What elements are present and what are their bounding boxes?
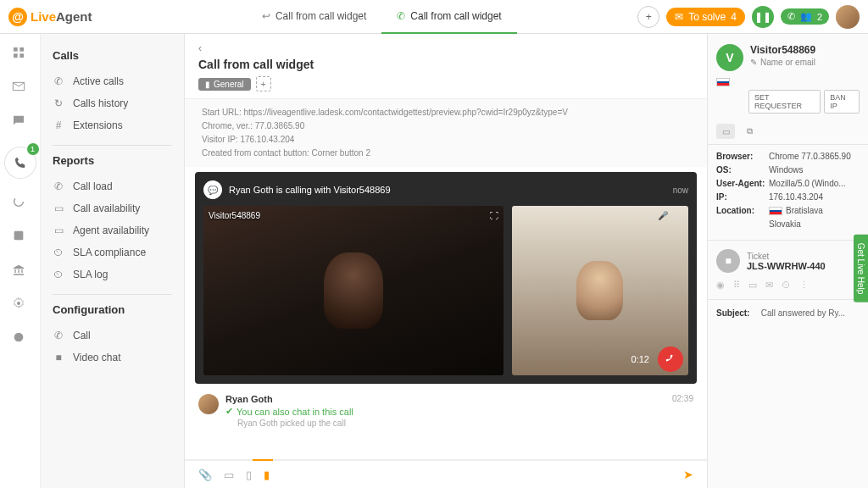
- tag-general[interactable]: ▮General: [198, 78, 251, 91]
- add-tag-button[interactable]: +: [256, 76, 271, 92]
- chat-icon[interactable]: [12, 114, 29, 130]
- note-icon[interactable]: ▭: [224, 469, 234, 481]
- folder-icon: ▮: [205, 80, 210, 89]
- tab-label: Call from call widget: [410, 10, 501, 22]
- value: Bratislava: [769, 206, 860, 215]
- user-avatar[interactable]: [836, 5, 860, 29]
- to-solve-pill[interactable]: ✉ To solve 4: [666, 8, 745, 26]
- visitor-avatar: V: [716, 44, 743, 71]
- visitor-edit[interactable]: ✎ Name or email: [750, 58, 860, 67]
- set-requester-button[interactable]: SET REQUESTER: [748, 90, 821, 114]
- person-icon[interactable]: ◉: [716, 280, 725, 291]
- chat-icon[interactable]: ▮: [264, 469, 270, 481]
- sidebar-item-sla-compliance[interactable]: ⏲SLA compliance: [53, 241, 172, 263]
- calendar-icon: ▭: [53, 202, 64, 214]
- svg-point-6: [17, 302, 20, 305]
- name-email-label: Name or email: [760, 58, 815, 67]
- side-panel: Calls ✆Active calls ↻Calls history #Exte…: [41, 34, 185, 488]
- meta-line: Created from contact button: Corner butt…: [202, 147, 690, 160]
- label: Browser:: [716, 152, 769, 161]
- thread-message-text: You can also chat in this call: [236, 407, 353, 417]
- call-timer: 0:12: [632, 354, 649, 364]
- mail-icon[interactable]: [12, 80, 29, 97]
- tab-call-1[interactable]: ↩ Call from call widget: [247, 0, 381, 34]
- sidebar-item-label: SLA compliance: [73, 247, 146, 258]
- send-button[interactable]: ➤: [683, 468, 693, 481]
- mail-icon[interactable]: ✉: [765, 280, 773, 291]
- bank-icon[interactable]: [12, 263, 29, 280]
- clock-icon[interactable]: ⏲: [782, 280, 791, 291]
- transfer-icon[interactable]: ▭: [748, 280, 757, 291]
- mail-icon: ✉: [675, 11, 683, 23]
- ticket-tabs: ↩ Call from call widget ✆ Call from call…: [126, 0, 638, 34]
- call-status-text: Ryan Goth is calling with Visitor548869: [229, 185, 666, 195]
- sidebar-item-calls-history[interactable]: ↻Calls history: [53, 92, 172, 114]
- ticket-id: JLS-WWRHW-440: [747, 261, 843, 271]
- to-solve-count: 4: [731, 11, 737, 23]
- section-reports: Reports: [53, 154, 172, 167]
- queue-pill[interactable]: ✆ 👥 2: [781, 8, 829, 25]
- link-tab[interactable]: ⧉: [740, 124, 759, 139]
- history-icon: ↻: [53, 97, 64, 109]
- dashboard-icon[interactable]: [12, 46, 29, 63]
- sidebar-item-label: Call load: [73, 180, 113, 192]
- pause-button[interactable]: ❚❚: [752, 6, 774, 28]
- svg-rect-2: [14, 53, 18, 58]
- phone-icon: ✆: [53, 75, 64, 87]
- sidebar-item-label: SLA log: [73, 269, 108, 280]
- value: Windows: [769, 165, 860, 175]
- logo[interactable]: @ LiveAgent: [8, 8, 92, 26]
- visitor-info-grid: Browser:Chrome 77.0.3865.90 OS:Windows U…: [708, 145, 868, 241]
- label: User-Agent:: [716, 179, 769, 188]
- canned-icon[interactable]: ▯: [246, 469, 252, 481]
- subject-value: Call answered by Ry...: [761, 308, 845, 318]
- sidebar-item-sla-log[interactable]: ⏲SLA log: [53, 263, 172, 286]
- sidebar-item-extensions[interactable]: #Extensions: [53, 114, 172, 136]
- section-calls: Calls: [53, 49, 172, 62]
- hangup-button[interactable]: [658, 347, 683, 372]
- info-tab[interactable]: ▭: [716, 124, 735, 139]
- gear-icon[interactable]: [12, 297, 29, 313]
- tag-label: General: [214, 80, 244, 89]
- attach-icon[interactable]: 📎: [198, 469, 212, 481]
- sidebar-item-call-load[interactable]: ✆Call load: [53, 175, 172, 197]
- sidebar-item-active-calls[interactable]: ✆Active calls: [53, 70, 172, 92]
- logo-text: LiveAgent: [31, 9, 92, 24]
- star-icon[interactable]: [12, 330, 29, 347]
- contacts-icon[interactable]: [12, 229, 29, 246]
- to-solve-label: To solve: [688, 11, 726, 23]
- sidebar-item-label: Call: [73, 330, 91, 341]
- phone-icon: ✆: [53, 180, 64, 192]
- video-call-panel: 💬 Ryan Goth is calling with Visitor54886…: [195, 172, 697, 384]
- meta-line: Chrome, ver.: 77.0.3865.90: [202, 119, 690, 133]
- value: Slovakia: [769, 219, 860, 229]
- meta-info: Start URL: https://liveagentlive.ladesk.…: [185, 99, 707, 167]
- sidebar-item-video-chat[interactable]: ■Video chat: [53, 347, 172, 369]
- phone-icon: ✆: [787, 11, 795, 22]
- sidebar-item-call-availability[interactable]: ▭Call availability: [53, 197, 172, 219]
- flag-icon: [769, 207, 782, 215]
- live-help-tab[interactable]: Get Live Help: [854, 235, 868, 303]
- subject-row: Subject: Call answered by Ry...: [708, 300, 868, 326]
- thread-time: 02:39: [672, 394, 693, 428]
- chat-thread: Ryan Goth ✔ You can also chat in this ca…: [185, 389, 707, 438]
- hash-icon: #: [53, 119, 64, 131]
- add-button[interactable]: +: [637, 6, 659, 28]
- meta-line: Visitor IP: 176.10.43.204: [202, 133, 690, 147]
- agent-avatar: [198, 394, 219, 414]
- group-icon[interactable]: ⠿: [733, 280, 740, 291]
- video-feed-visitor[interactable]: Visitor548869 ⛶: [203, 206, 504, 375]
- phone-icon[interactable]: 1: [5, 147, 36, 178]
- tab-call-2[interactable]: ✆ Call from call widget: [381, 0, 516, 34]
- ban-ip-button[interactable]: BAN IP: [824, 90, 860, 114]
- loading-icon[interactable]: [12, 195, 29, 212]
- clock-icon: ⏲: [53, 269, 64, 280]
- label: IP:: [716, 192, 769, 202]
- sidebar-item-call-config[interactable]: ✆Call: [53, 324, 172, 347]
- sidebar-item-label: Call availability: [73, 202, 140, 214]
- sidebar-item-agent-availability[interactable]: ▭Agent availability: [53, 219, 172, 241]
- sidebar-item-label: Video chat: [73, 352, 121, 363]
- back-arrow-icon[interactable]: ‹: [198, 42, 202, 54]
- more-icon[interactable]: ⋮: [799, 280, 809, 291]
- chat-bubble-icon: 💬: [203, 180, 222, 199]
